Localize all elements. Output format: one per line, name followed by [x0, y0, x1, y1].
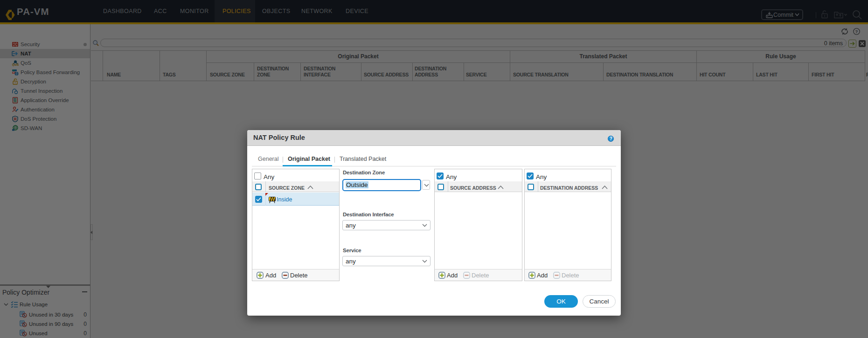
svg-text:?: ?	[610, 136, 612, 141]
